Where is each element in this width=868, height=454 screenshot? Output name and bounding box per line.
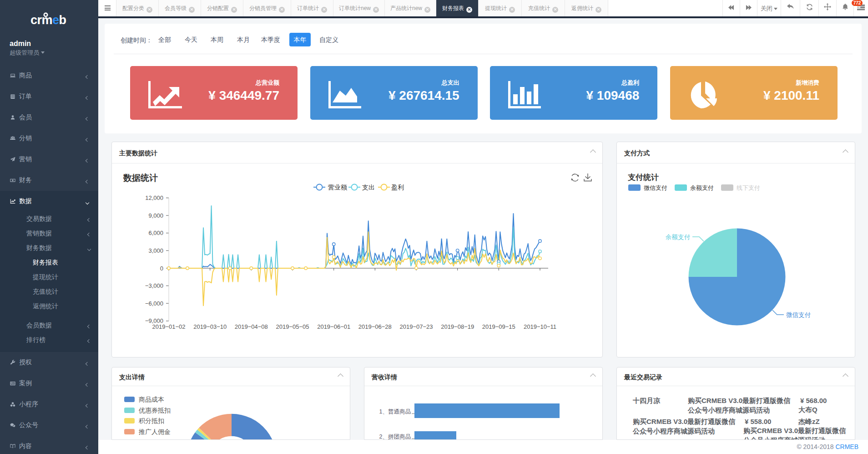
svg-text:2019−09−15: 2019−09−15 <box>482 323 515 330</box>
svg-text:营业额: 营业额 <box>328 184 347 191</box>
svg-text:2019−05−05: 2019−05−05 <box>276 323 309 330</box>
svg-text:6,000: 6,000 <box>148 230 163 236</box>
svg-text:0: 0 <box>160 265 163 272</box>
svg-text:−6,000: −6,000 <box>145 300 163 307</box>
svg-text:余额支付: 余额支付 <box>666 234 691 240</box>
svg-text:2019−06−01: 2019−06−01 <box>317 323 350 330</box>
svg-text:2019−01−02: 2019−01−02 <box>152 323 185 330</box>
svg-text:12,000: 12,000 <box>145 194 163 201</box>
svg-text:盈利: 盈利 <box>391 184 404 191</box>
svg-text:支出: 支出 <box>362 184 375 191</box>
svg-text:2019−06−28: 2019−06−28 <box>358 323 392 330</box>
svg-text:2019−08−19: 2019−08−19 <box>441 323 474 330</box>
svg-text:2019−07−23: 2019−07−23 <box>399 323 433 330</box>
svg-text:9,000: 9,000 <box>148 212 163 219</box>
svg-text:3,000: 3,000 <box>148 247 163 254</box>
svg-text:2019−10−11: 2019−10−11 <box>524 323 556 330</box>
svg-text:2019−04−08: 2019−04−08 <box>235 323 268 330</box>
svg-text:微信支付: 微信支付 <box>786 311 811 318</box>
svg-text:2019−03−10: 2019−03−10 <box>193 323 227 330</box>
svg-text:−3,000: −3,000 <box>145 282 163 289</box>
